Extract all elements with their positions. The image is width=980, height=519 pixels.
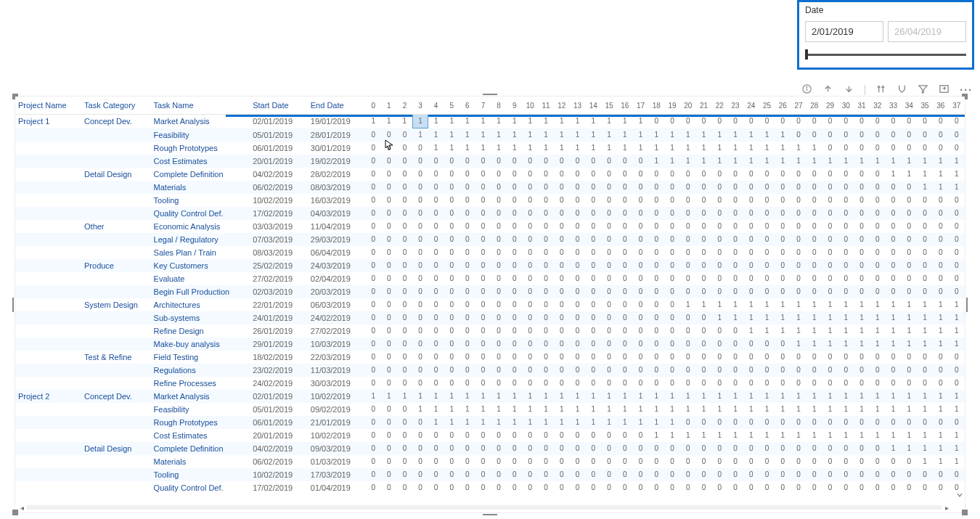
cell-value[interactable]: 0 xyxy=(554,194,570,207)
cell-value[interactable]: 0 xyxy=(791,194,807,207)
cell-value[interactable]: 0 xyxy=(649,272,665,285)
cell-value[interactable]: 0 xyxy=(949,481,965,494)
cell-value[interactable]: 0 xyxy=(807,168,822,181)
cell-value[interactable]: 0 xyxy=(696,272,712,285)
header-day[interactable]: 8 xyxy=(491,97,507,115)
cell-value[interactable]: 0 xyxy=(523,233,539,246)
table-row[interactable]: Materials06/02/201908/03/201900000000000… xyxy=(15,181,965,194)
cell-value[interactable]: 0 xyxy=(775,168,791,181)
cell-value[interactable]: 1 xyxy=(696,142,712,155)
cell-category[interactable] xyxy=(81,429,151,442)
cell-value[interactable]: 1 xyxy=(507,142,523,155)
cell-value[interactable]: 0 xyxy=(727,416,743,429)
cell-start-date[interactable]: 05/01/2019 xyxy=(250,403,308,416)
cell-value[interactable]: 0 xyxy=(775,181,791,194)
cell-value[interactable]: 0 xyxy=(381,429,397,442)
cell-value[interactable]: 0 xyxy=(886,207,902,220)
cell-value[interactable]: 0 xyxy=(617,324,633,338)
cell-value[interactable]: 0 xyxy=(601,455,617,468)
cell-value[interactable]: 1 xyxy=(759,403,775,416)
cell-value[interactable]: 1 xyxy=(870,298,886,311)
cell-value[interactable]: 0 xyxy=(586,233,602,246)
cell-value[interactable]: 0 xyxy=(696,468,712,481)
cell-value[interactable]: 0 xyxy=(759,285,775,298)
cell-category[interactable] xyxy=(81,324,151,338)
cell-value[interactable]: 0 xyxy=(617,298,633,311)
cell-value[interactable]: 0 xyxy=(460,194,475,207)
cell-value[interactable]: 0 xyxy=(933,364,949,377)
cell-value[interactable]: 0 xyxy=(870,455,886,468)
cell-value[interactable]: 0 xyxy=(649,181,665,194)
cell-value[interactable]: 0 xyxy=(601,207,617,220)
cell-value[interactable]: 0 xyxy=(807,455,822,468)
cell-value[interactable]: 0 xyxy=(664,272,680,285)
cell-value[interactable]: 0 xyxy=(791,481,807,494)
cell-value[interactable]: 0 xyxy=(727,194,743,207)
cell-value[interactable]: 1 xyxy=(854,324,870,338)
drill-down-icon[interactable] xyxy=(844,83,854,97)
header-day[interactable]: 1 xyxy=(381,97,397,115)
cell-value[interactable]: 0 xyxy=(397,181,413,194)
cell-value[interactable]: 0 xyxy=(491,377,507,390)
cell-value[interactable]: 0 xyxy=(933,246,949,259)
cell-value[interactable]: 0 xyxy=(822,377,838,390)
cell-value[interactable]: 0 xyxy=(712,272,728,285)
cell-value[interactable]: 0 xyxy=(870,259,886,272)
cell-value[interactable]: 1 xyxy=(949,181,965,194)
cell-value[interactable]: 0 xyxy=(507,311,523,324)
info-icon[interactable] xyxy=(801,83,812,97)
cell-value[interactable]: 0 xyxy=(886,416,902,429)
cell-value[interactable]: 0 xyxy=(680,246,696,259)
cell-end-date[interactable]: 01/03/2019 xyxy=(308,455,366,468)
cell-start-date[interactable]: 23/02/2019 xyxy=(250,364,308,377)
cell-value[interactable]: 0 xyxy=(727,377,743,390)
hscroll-right-icon[interactable]: ▸ xyxy=(943,504,950,512)
cell-value[interactable]: 1 xyxy=(743,155,759,168)
cell-end-date[interactable]: 06/04/2019 xyxy=(308,246,366,259)
cell-value[interactable]: 0 xyxy=(775,246,791,259)
cell-value[interactable]: 1 xyxy=(775,390,791,403)
cell-value[interactable]: 0 xyxy=(712,416,728,429)
header-day[interactable]: 33 xyxy=(886,97,902,115)
cell-value[interactable]: 0 xyxy=(838,181,854,194)
cell-value[interactable]: 0 xyxy=(791,272,807,285)
cell-value[interactable]: 0 xyxy=(759,468,775,481)
cell-project[interactable] xyxy=(15,233,81,246)
cell-value[interactable]: 1 xyxy=(727,142,743,155)
cell-value[interactable]: 1 xyxy=(807,429,822,442)
cell-value[interactable]: 0 xyxy=(807,364,822,377)
cell-value[interactable]: 0 xyxy=(554,285,570,298)
cell-value[interactable]: 0 xyxy=(444,338,460,351)
cell-value[interactable]: 1 xyxy=(475,416,491,429)
cell-task[interactable]: Feasibility xyxy=(151,403,250,416)
cell-value[interactable]: 1 xyxy=(523,416,539,429)
cell-value[interactable]: 0 xyxy=(601,233,617,246)
cell-value[interactable]: 0 xyxy=(791,168,807,181)
cell-value[interactable]: 0 xyxy=(712,246,728,259)
cell-value[interactable]: 1 xyxy=(822,155,838,168)
cell-task[interactable]: Market Analysis xyxy=(151,115,250,128)
cell-value[interactable]: 1 xyxy=(460,403,475,416)
cell-value[interactable]: 0 xyxy=(586,272,602,285)
cell-value[interactable]: 0 xyxy=(680,285,696,298)
cell-value[interactable]: 0 xyxy=(712,181,728,194)
cell-value[interactable]: 0 xyxy=(727,220,743,233)
cell-value[interactable]: 0 xyxy=(886,128,902,142)
cell-value[interactable]: 0 xyxy=(743,207,759,220)
cell-value[interactable]: 0 xyxy=(649,246,665,259)
cell-value[interactable]: 0 xyxy=(412,233,428,246)
cell-value[interactable]: 1 xyxy=(507,390,523,403)
cell-value[interactable]: 1 xyxy=(412,115,428,128)
cell-value[interactable]: 0 xyxy=(712,220,728,233)
cell-value[interactable]: 1 xyxy=(381,115,397,128)
cell-value[interactable]: 1 xyxy=(949,168,965,181)
cell-category[interactable]: Test & Refine xyxy=(81,351,151,364)
cell-value[interactable]: 1 xyxy=(854,311,870,324)
cell-value[interactable]: 0 xyxy=(507,364,523,377)
table-row[interactable]: Sub-systems24/01/201924/02/2019000000000… xyxy=(15,311,965,324)
cell-start-date[interactable]: 27/02/2019 xyxy=(250,272,308,285)
cell-task[interactable]: Materials xyxy=(151,181,250,194)
cell-value[interactable]: 0 xyxy=(854,194,870,207)
cell-value[interactable]: 0 xyxy=(886,194,902,207)
cell-value[interactable]: 0 xyxy=(570,194,586,207)
